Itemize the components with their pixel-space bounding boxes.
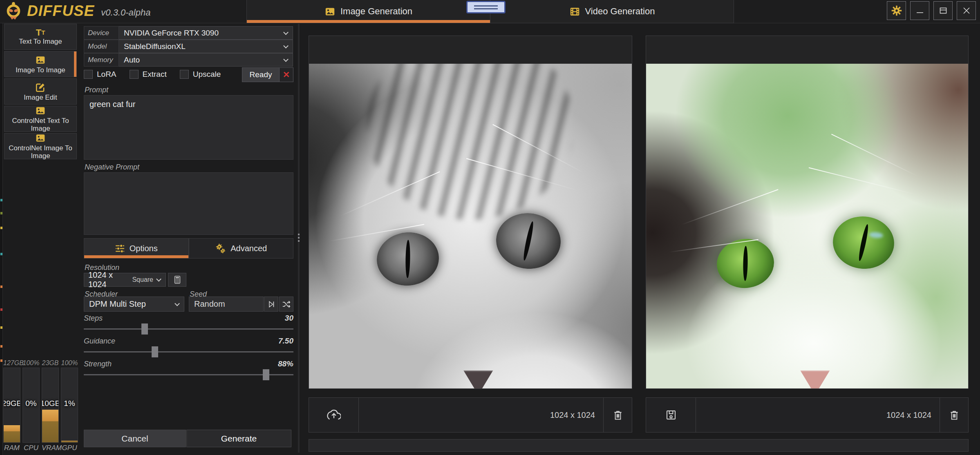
window-drag-handle[interactable] bbox=[466, 1, 506, 13]
sidebar-item-controlnet-image-to-image[interactable]: ControlNet Image To Image bbox=[4, 133, 77, 159]
app-logo: DIFFUSE v0.3.0-alpha bbox=[4, 2, 150, 20]
unload-model-button[interactable]: ✕ bbox=[280, 68, 293, 82]
image-icon bbox=[324, 6, 336, 17]
prompt-label: Prompt bbox=[85, 86, 108, 94]
trash-icon bbox=[612, 409, 624, 421]
sidebar-item-controlnet-text-to-image[interactable]: ControlNet Text To Image bbox=[4, 106, 77, 132]
splitter-grip-icon bbox=[298, 234, 300, 242]
panel-splitter[interactable] bbox=[298, 24, 300, 453]
close-button[interactable] bbox=[957, 1, 976, 20]
chevron-down-icon bbox=[283, 56, 289, 62]
scheduler-select[interactable]: DPM Multi Step bbox=[84, 297, 184, 312]
device-label: Device bbox=[84, 26, 119, 40]
minimize-button[interactable] bbox=[910, 1, 929, 20]
options-tab-bar: Options bbox=[84, 238, 293, 259]
seed-input[interactable]: Random bbox=[189, 297, 264, 312]
tab-image-generation[interactable]: Image Generation bbox=[247, 0, 490, 23]
source-action-bar: 1024 x 1024 bbox=[309, 397, 632, 433]
generate-button[interactable]: Generate bbox=[186, 430, 291, 447]
model-row: Model StableDiffusionXL bbox=[84, 40, 293, 53]
output-panel-header bbox=[646, 36, 968, 64]
app-title: DIFFUSE bbox=[27, 2, 94, 20]
strength-slider[interactable] bbox=[84, 374, 293, 375]
edit-icon bbox=[35, 82, 46, 93]
negative-prompt-input[interactable] bbox=[84, 172, 293, 235]
source-image-panel bbox=[309, 36, 632, 389]
source-image[interactable] bbox=[309, 64, 632, 388]
guidance-slider[interactable] bbox=[84, 351, 293, 352]
aspect-preset-select[interactable]: Square bbox=[132, 276, 161, 283]
minimize-icon bbox=[915, 6, 925, 16]
source-delete-button[interactable] bbox=[603, 398, 632, 432]
resolution-calculator-button[interactable] bbox=[168, 273, 186, 287]
image-icon bbox=[35, 105, 46, 116]
output-delete-button[interactable] bbox=[940, 398, 968, 432]
text-icon: TT bbox=[36, 29, 45, 37]
lora-checkbox[interactable] bbox=[84, 70, 93, 79]
tab-video-generation[interactable]: Video Generation bbox=[490, 0, 734, 23]
ready-status-button[interactable]: Ready bbox=[242, 68, 280, 82]
steps-label: Steps bbox=[84, 314, 103, 323]
extract-checkbox[interactable] bbox=[130, 70, 139, 79]
prompt-input[interactable]: green cat fur bbox=[84, 95, 293, 160]
upload-cloud-icon bbox=[327, 408, 341, 422]
guidance-slider-thumb[interactable] bbox=[152, 346, 158, 357]
randomize-seed-button[interactable] bbox=[279, 297, 293, 312]
sidebar-item-text-to-image[interactable]: TT Text To Image bbox=[4, 24, 77, 50]
chevron-down-icon bbox=[283, 43, 289, 48]
mascot-logo-icon bbox=[4, 2, 23, 20]
image-icon bbox=[35, 133, 46, 143]
strength-slider-thumb[interactable] bbox=[263, 369, 269, 380]
upscale-checkbox[interactable] bbox=[180, 70, 189, 79]
generation-progress-bar bbox=[309, 439, 969, 452]
tab-label: Video Generation bbox=[585, 6, 655, 17]
source-image-bw-cat bbox=[309, 64, 632, 388]
settings-button[interactable] bbox=[887, 1, 906, 20]
reuse-seed-button[interactable] bbox=[264, 297, 278, 312]
mode-sidebar: TT Text To Image Image To Image Image Ed… bbox=[4, 24, 77, 161]
steps-slider-row: Steps 30 bbox=[84, 314, 293, 335]
sidebar-item-image-edit[interactable]: Image Edit bbox=[4, 78, 77, 105]
vram-fill bbox=[42, 410, 58, 442]
negative-prompt-label: Negative Prompt bbox=[85, 163, 139, 172]
ram-meter: 127GB 29GB RAM bbox=[3, 359, 20, 453]
steps-slider[interactable] bbox=[84, 328, 293, 330]
tab-options[interactable]: Options bbox=[84, 238, 189, 259]
model-select[interactable]: StableDiffusionXL bbox=[119, 40, 293, 53]
device-select[interactable]: NVIDIA GeForce RTX 3090 bbox=[119, 26, 293, 40]
cancel-button[interactable]: Cancel bbox=[84, 430, 186, 447]
red-x-icon: ✕ bbox=[283, 70, 290, 80]
chevron-down-icon bbox=[283, 29, 289, 35]
output-image[interactable] bbox=[646, 64, 968, 388]
source-size-label: 1024 x 1024 bbox=[550, 410, 603, 420]
upload-image-button[interactable] bbox=[309, 398, 359, 432]
sidebar-item-image-to-image[interactable]: Image To Image bbox=[4, 51, 77, 77]
resolution-control[interactable]: 1024 x 1024 Square bbox=[84, 273, 166, 287]
memory-select[interactable]: Auto bbox=[119, 53, 293, 67]
maximize-button[interactable] bbox=[933, 1, 953, 20]
strength-label: Strength bbox=[84, 360, 112, 368]
edge-activity-strip bbox=[0, 23, 3, 455]
output-image-green-cat bbox=[646, 64, 968, 388]
gpu-meter: 100% 1% GPU bbox=[61, 359, 78, 453]
memory-row: Memory Auto bbox=[84, 53, 293, 67]
save-image-button[interactable] bbox=[646, 398, 696, 432]
maximize-icon bbox=[938, 6, 948, 16]
tab-advanced[interactable]: Advanced bbox=[189, 238, 294, 259]
steps-slider-thumb[interactable] bbox=[141, 323, 148, 335]
cpu-meter: 100% 0% CPU bbox=[22, 359, 40, 453]
gear-icon bbox=[891, 5, 902, 16]
chevron-down-icon bbox=[156, 277, 161, 282]
model-status-group: Ready ✕ bbox=[242, 67, 293, 82]
step-forward-icon bbox=[267, 300, 275, 308]
model-label: Model bbox=[84, 40, 119, 53]
steps-value: 30 bbox=[285, 314, 293, 323]
image-icon bbox=[35, 55, 46, 65]
source-panel-header bbox=[309, 36, 632, 64]
output-image-panel bbox=[646, 36, 969, 389]
close-icon bbox=[962, 6, 971, 16]
strength-slider-row: Strength 88% bbox=[84, 359, 293, 381]
strength-value: 88% bbox=[278, 359, 293, 368]
shuffle-icon bbox=[282, 300, 291, 309]
app-version: v0.3.0-alpha bbox=[101, 7, 150, 18]
